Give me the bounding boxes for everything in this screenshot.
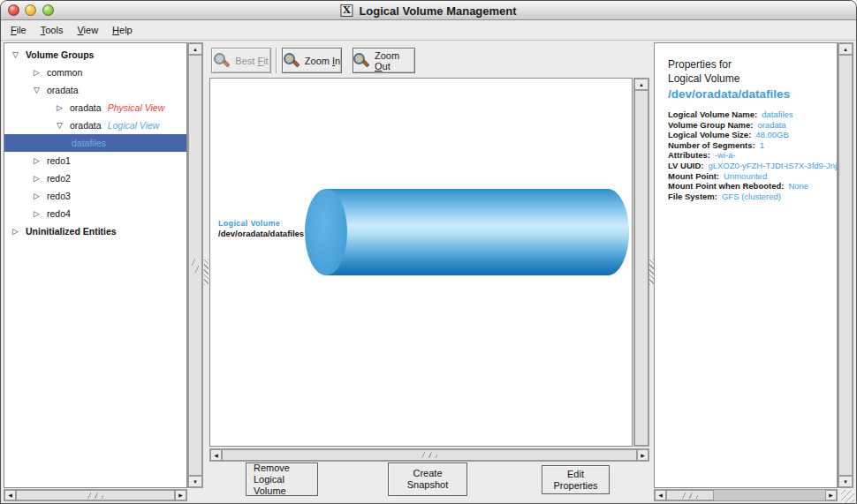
properties-heading-path: /dev/oradata/datafiles [668, 86, 837, 102]
tree-item-redo1[interactable]: ▷redo1 [4, 152, 186, 169]
properties-heading-line1: Properties for [668, 57, 837, 71]
volume-canvas[interactable]: Logical Volume /dev/oradata/datafiles [209, 78, 633, 447]
expander-open-icon[interactable]: ▽ [54, 121, 65, 130]
scroll-left-icon[interactable]: ◀ [4, 490, 16, 500]
properties-horizontal-scrollbar[interactable]: ◀ ▶ [654, 489, 838, 501]
tree-horizontal-scrollbar[interactable]: ◀ ▶ [4, 489, 187, 501]
tree-item-redo4[interactable]: ▷redo4 [4, 205, 186, 222]
property-row: Number of Segments:1 [668, 140, 837, 151]
zoom-in-button[interactable]: Zoom In [282, 48, 342, 73]
property-row: Logical Volume Size:48.00GB [668, 130, 837, 140]
menu-bar: File Tools View Help [1, 20, 856, 41]
volume-label: Logical Volume /dev/oradata/datafiles [218, 218, 304, 239]
property-row: Mount Point:Unmounted [668, 171, 837, 182]
property-row: File System:GFS (clustered) [668, 192, 837, 202]
expander-closed-icon[interactable]: ▷ [10, 227, 21, 236]
expander-closed-icon[interactable]: ▷ [54, 103, 65, 112]
menu-view[interactable]: View [70, 22, 105, 38]
app-window: X Logical Volume Management File Tools V… [0, 0, 857, 504]
scroll-grip [192, 259, 199, 273]
magnifier-icon [214, 53, 230, 69]
canvas-hscroll-thumb[interactable] [222, 449, 637, 461]
minimize-button-icon[interactable] [25, 4, 36, 16]
tree-item-common[interactable]: ▷common [4, 64, 186, 81]
property-row: Attributes:-wi-a- [668, 150, 837, 161]
property-row: Volume Group Name:oradata [668, 120, 837, 131]
zoom-button-icon[interactable] [42, 4, 54, 16]
tree-item-datafiles[interactable]: datafiles [4, 134, 186, 152]
properties-vscroll-thumb[interactable] [838, 55, 853, 476]
close-button-icon[interactable] [8, 4, 19, 16]
magnifier-minus-icon [353, 53, 369, 69]
tree-vertical-scrollbar[interactable]: ▲ ▼ [187, 42, 203, 488]
expander-closed-icon[interactable]: ▷ [31, 174, 42, 183]
x11-app-icon: X [340, 4, 353, 17]
property-row: LV UUID:gLXOZ0-yFZH-TJDt-tS7X-3fd9-Jnj0-… [668, 161, 837, 171]
canvas-vscroll-thumb[interactable] [634, 90, 648, 446]
properties-vertical-scrollbar[interactable]: ▲ ▼ [838, 42, 853, 488]
divider-grip-icon [204, 259, 209, 285]
remove-button-line1: Remove [254, 463, 290, 473]
scroll-track[interactable] [714, 490, 825, 500]
tree-item-oradata-physical-view[interactable]: ▷oradataPhysical View [4, 99, 186, 117]
scroll-up-icon[interactable]: ▲ [188, 43, 202, 55]
tree-vscroll-thumb[interactable] [188, 55, 202, 476]
scroll-left-icon[interactable]: ◀ [210, 449, 222, 461]
volume-label-path: /dev/oradata/datafiles [218, 229, 304, 239]
window-title-group: X Logical Volume Management [340, 1, 516, 20]
tree-item-uninitialized-entities[interactable]: ▷Uninitialized Entities [4, 222, 186, 240]
scroll-up-icon[interactable]: ▲ [634, 79, 648, 90]
window-resize-grip-icon[interactable] [841, 490, 854, 502]
toolbar-separator [276, 48, 277, 73]
menu-help[interactable]: Help [105, 22, 140, 38]
scroll-right-icon[interactable]: ▶ [175, 490, 186, 500]
canvas-horizontal-scrollbar[interactable]: ◀ ▶ [209, 448, 649, 462]
tree-hscroll-thumb[interactable] [16, 490, 175, 500]
menu-tools[interactable]: Tools [34, 22, 71, 38]
edit-properties-button[interactable]: Edit Properties [542, 465, 610, 494]
properties-hscroll-thumb[interactable] [666, 490, 714, 500]
property-row: Mount Point when Rebooted:None [668, 181, 837, 192]
canvas-vertical-scrollbar[interactable]: ▲ [633, 78, 649, 447]
left-pane-divider[interactable] [203, 42, 209, 501]
volume-tree-panel: ▽Volume Groups ▷common ▽oradata ▷oradata… [4, 42, 187, 488]
best-fit-button[interactable]: Best Fit [211, 48, 271, 73]
scroll-grip [682, 493, 698, 499]
cylinder-end-cap[interactable] [305, 189, 347, 275]
tree-item-redo3[interactable]: ▷redo3 [4, 187, 186, 205]
tree-item-oradata-logical-view[interactable]: ▽oradataLogical View [4, 117, 186, 134]
scroll-right-icon[interactable]: ▶ [825, 490, 837, 500]
magnifier-plus-icon [284, 53, 300, 69]
expander-closed-icon[interactable]: ▷ [31, 209, 42, 218]
scroll-right-icon[interactable]: ▶ [637, 449, 648, 461]
volume-label-title: Logical Volume [218, 218, 304, 229]
remove-button-line2: Logical Volume [254, 474, 286, 496]
scroll-up-icon[interactable]: ▲ [838, 43, 853, 55]
title-bar[interactable]: X Logical Volume Management [1, 1, 856, 20]
remove-logical-volume-button[interactable]: RemoveLogical Volume [246, 463, 318, 496]
volume-tree: ▽Volume Groups ▷common ▽oradata ▷oradata… [4, 43, 186, 240]
expander-closed-icon[interactable]: ▷ [31, 68, 42, 77]
logical-volume-cylinder[interactable] [326, 189, 629, 275]
scroll-down-icon[interactable]: ▼ [188, 476, 202, 487]
scroll-grip [421, 452, 437, 458]
properties-heading-line2: Logical Volume [668, 71, 837, 86]
tree-item-volume-groups[interactable]: ▽Volume Groups [4, 46, 186, 64]
expander-closed-icon[interactable]: ▷ [31, 156, 42, 165]
scroll-grip [87, 493, 103, 499]
tree-item-oradata[interactable]: ▽oradata [4, 81, 186, 99]
expander-open-icon[interactable]: ▽ [31, 86, 42, 94]
property-row: Logical Volume Name:datafiles [668, 109, 837, 120]
zoom-out-button[interactable]: Zoom Out [353, 48, 415, 73]
expander-open-icon[interactable]: ▽ [10, 50, 21, 59]
scroll-down-icon[interactable]: ▼ [838, 476, 853, 487]
properties-panel: Properties for Logical Volume /dev/orada… [654, 42, 838, 488]
tree-item-redo2[interactable]: ▷redo2 [4, 169, 186, 187]
create-snapshot-button[interactable]: Create Snapshot [388, 463, 467, 496]
scroll-left-icon[interactable]: ◀ [655, 490, 666, 500]
window-title: Logical Volume Management [359, 4, 516, 18]
menu-file[interactable]: File [4, 22, 34, 38]
expander-closed-icon[interactable]: ▷ [31, 192, 42, 200]
